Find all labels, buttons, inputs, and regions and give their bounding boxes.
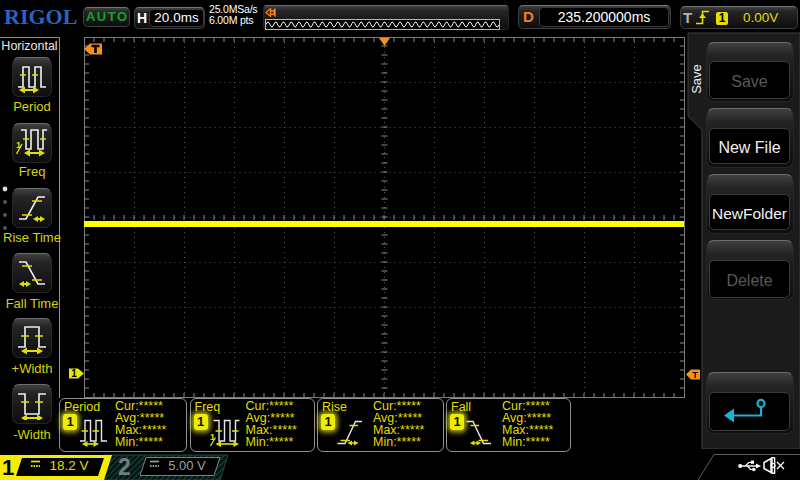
svg-text:1: 1 [71, 368, 77, 379]
